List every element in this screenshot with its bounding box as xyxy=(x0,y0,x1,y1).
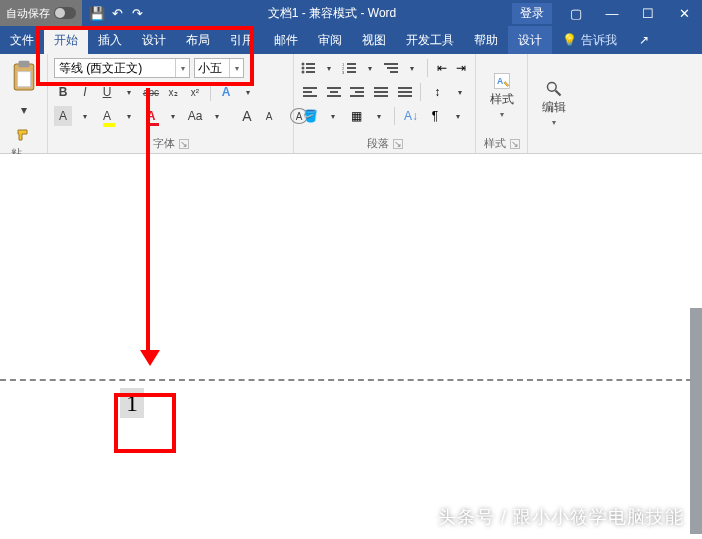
borders-button[interactable]: ▦ xyxy=(346,106,366,126)
paragraph-dialog-launcher[interactable]: ↘ xyxy=(393,139,403,149)
tell-me-search[interactable]: 💡 告诉我 xyxy=(552,26,627,54)
minimize-icon[interactable]: — xyxy=(594,0,630,26)
numbering-button[interactable]: 123 xyxy=(342,58,358,78)
tab-design[interactable]: 设计 xyxy=(132,26,176,54)
underline-button[interactable]: U xyxy=(98,82,116,102)
svg-rect-27 xyxy=(374,87,388,89)
paragraph-group-label: 段落 xyxy=(367,136,389,151)
font-size-select[interactable]: 小五 ▾ xyxy=(194,58,244,78)
styles-group: A 样式 ▾ 样式↘ xyxy=(476,54,528,153)
highlight-button[interactable]: A xyxy=(98,106,116,126)
autosave-toggle[interactable]: 自动保存 xyxy=(0,0,82,26)
align-center-button[interactable] xyxy=(324,82,344,102)
show-marks-dropdown[interactable]: ▾ xyxy=(449,106,467,126)
multilevel-list-button[interactable] xyxy=(383,58,399,78)
svg-rect-1 xyxy=(18,61,29,68)
char-shading-button[interactable]: A xyxy=(54,106,72,126)
tab-insert[interactable]: 插入 xyxy=(88,26,132,54)
tab-review[interactable]: 审阅 xyxy=(308,26,352,54)
watermark-text: 头条号 / 跟小小筱学电脑技能 xyxy=(438,505,684,529)
show-marks-button[interactable]: ¶ xyxy=(425,106,445,126)
decrease-indent-button[interactable]: ⇤ xyxy=(434,58,450,78)
tab-developer[interactable]: 开发工具 xyxy=(396,26,464,54)
svg-text:3: 3 xyxy=(342,70,345,74)
format-painter-icon[interactable] xyxy=(14,124,34,144)
annotation-arrow xyxy=(140,88,160,366)
page-number-field[interactable]: 1 xyxy=(120,388,144,418)
svg-point-5 xyxy=(301,67,304,70)
bullets-dropdown[interactable]: ▾ xyxy=(320,58,338,78)
text-effects-button[interactable]: A xyxy=(217,82,235,102)
svg-rect-14 xyxy=(347,71,356,73)
toggle-off-icon[interactable] xyxy=(54,7,76,19)
save-icon[interactable]: 💾 xyxy=(88,4,106,22)
svg-rect-22 xyxy=(330,91,338,93)
text-effects-dropdown[interactable]: ▾ xyxy=(239,82,257,102)
shrink-font-button[interactable]: A xyxy=(260,106,278,126)
change-case-dropdown[interactable]: ▾ xyxy=(208,106,226,126)
bullets-button[interactable] xyxy=(300,58,316,78)
tab-design-contextual[interactable]: 设计 xyxy=(508,26,552,54)
undo-icon[interactable]: ↶ xyxy=(108,4,126,22)
increase-indent-button[interactable]: ⇥ xyxy=(453,58,469,78)
justify-button[interactable] xyxy=(371,82,391,102)
svg-rect-10 xyxy=(347,63,356,65)
chevron-down-icon[interactable]: ▾ xyxy=(229,59,243,77)
redo-icon[interactable]: ↷ xyxy=(128,4,146,22)
tell-me-label: 告诉我 xyxy=(581,32,617,49)
svg-rect-2 xyxy=(17,72,30,87)
distributed-button[interactable] xyxy=(395,82,415,102)
line-spacing-button[interactable]: ↕ xyxy=(427,82,447,102)
ribbon-display-icon[interactable]: ▢ xyxy=(558,0,594,26)
sort-button[interactable]: A↓ xyxy=(401,106,421,126)
styles-dialog-launcher[interactable]: ↘ xyxy=(510,139,520,149)
align-left-button[interactable] xyxy=(300,82,320,102)
shading-dropdown[interactable]: ▾ xyxy=(324,106,342,126)
tab-help[interactable]: 帮助 xyxy=(464,26,508,54)
title-bar: 自动保存 💾 ↶ ↷ 文档1 - 兼容模式 - Word 登录 ▢ — ☐ ✕ xyxy=(0,0,702,26)
tab-view[interactable]: 视图 xyxy=(352,26,396,54)
svg-rect-15 xyxy=(384,63,398,65)
tab-references[interactable]: 引用 xyxy=(220,26,264,54)
tab-home[interactable]: 开始 xyxy=(44,26,88,54)
login-button[interactable]: 登录 xyxy=(512,3,552,24)
styles-label: 样式 xyxy=(490,91,514,108)
align-right-button[interactable] xyxy=(347,82,367,102)
document-canvas[interactable]: 1 xyxy=(0,154,702,534)
paste-dropdown[interactable]: ▾ xyxy=(14,100,34,120)
subscript-button[interactable]: x₂ xyxy=(164,82,182,102)
font-dialog-launcher[interactable]: ↘ xyxy=(179,139,189,149)
chevron-down-icon[interactable]: ▾ xyxy=(175,59,189,77)
page-edge xyxy=(690,308,702,534)
font-name-select[interactable]: 等线 (西文正文) ▾ xyxy=(54,58,190,78)
tab-mail[interactable]: 邮件 xyxy=(264,26,308,54)
tab-file[interactable]: 文件 xyxy=(0,26,44,54)
svg-rect-6 xyxy=(306,67,315,69)
char-shading-dropdown[interactable]: ▾ xyxy=(76,106,94,126)
superscript-button[interactable]: x² xyxy=(186,82,204,102)
paragraph-group: ▾ 123 ▾ ▾ ⇤ ⇥ ↕ ▾ 🪣 ▾ xyxy=(294,54,476,153)
font-name-value: 等线 (西文正文) xyxy=(55,60,175,77)
highlight-dropdown[interactable]: ▾ xyxy=(120,106,138,126)
bold-button[interactable]: B xyxy=(54,82,72,102)
font-color-dropdown[interactable]: ▾ xyxy=(164,106,182,126)
change-case-button[interactable]: Aa xyxy=(186,106,204,126)
styles-gallery-button[interactable]: A 样式 ▾ xyxy=(485,73,519,119)
maximize-icon[interactable]: ☐ xyxy=(630,0,666,26)
multilevel-dropdown[interactable]: ▾ xyxy=(403,58,421,78)
chevron-down-icon: ▾ xyxy=(552,118,556,127)
find-icon xyxy=(543,81,565,97)
share-button[interactable]: ↗ xyxy=(627,26,661,54)
borders-dropdown[interactable]: ▾ xyxy=(370,106,388,126)
editing-button[interactable]: 编辑 ▾ xyxy=(537,81,571,127)
tab-layout[interactable]: 布局 xyxy=(176,26,220,54)
numbering-dropdown[interactable]: ▾ xyxy=(361,58,379,78)
italic-button[interactable]: I xyxy=(76,82,94,102)
underline-dropdown[interactable]: ▾ xyxy=(120,82,138,102)
clipboard-icon xyxy=(11,60,37,94)
close-icon[interactable]: ✕ xyxy=(666,0,702,26)
grow-font-button[interactable]: A xyxy=(238,106,256,126)
shading-button[interactable]: 🪣 xyxy=(300,106,320,126)
line-spacing-dropdown[interactable]: ▾ xyxy=(451,82,469,102)
paste-button[interactable] xyxy=(9,58,39,96)
